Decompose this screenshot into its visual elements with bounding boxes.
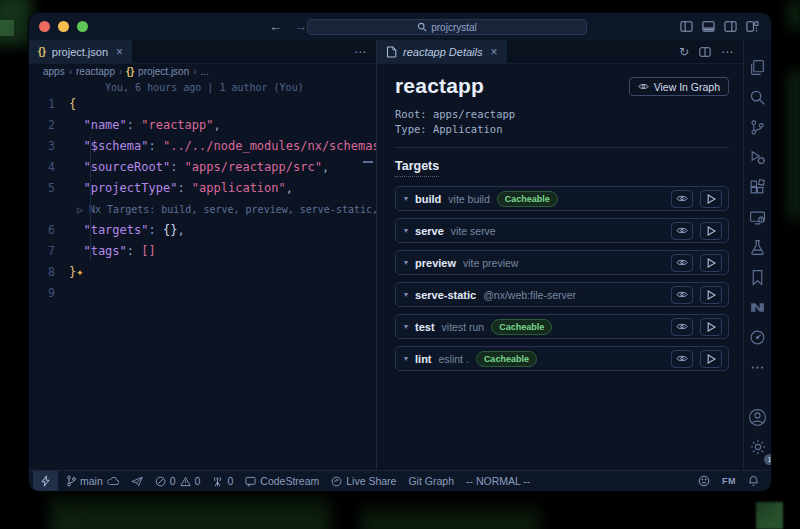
target-row[interactable]: ▾ test vitest run Cacheable [395,314,729,339]
error-count: 0 [170,475,176,487]
nx-console-icon[interactable] [744,292,771,322]
run-target-button[interactable] [700,190,722,208]
feedback-smiley[interactable] [692,475,716,487]
breadcrumb-item[interactable]: reactapp [76,66,115,77]
problems-status[interactable]: 0 0 [149,471,207,491]
back-arrow-icon[interactable]: ← [269,19,282,34]
target-row[interactable]: ▾ build vite build Cacheable [395,186,729,211]
time-tracker-icon[interactable] [744,322,771,352]
run-target-button[interactable] [700,254,722,272]
ports-status[interactable]: 0 [206,471,239,491]
run-target-button[interactable] [700,350,722,368]
tab-project-json[interactable]: {} project.json × [29,40,133,63]
git-branch-status[interactable]: main [60,471,125,491]
view-target-button[interactable] [671,254,693,272]
line-number: 4 [29,157,69,178]
breadcrumb-separator: › [119,66,122,77]
toggle-secondary-sidebar-icon[interactable] [724,20,737,33]
branch-name: main [80,475,103,487]
maximize-window-button[interactable] [77,21,88,32]
code-line: 7 "tags": [] [29,241,376,262]
more-actions-icon[interactable]: ⋯ [721,45,733,59]
nx-cloud-status[interactable] [125,471,149,491]
breadcrumb-item[interactable]: project.json [138,66,189,77]
view-target-button[interactable] [671,190,693,208]
toggle-panel-icon[interactable] [702,20,715,33]
left-tab-bar: {} project.json × ⋯ [29,40,376,64]
target-command: @nx/web:file-server [483,289,576,301]
project-title: reactapp [395,74,484,98]
remote-explorer-icon[interactable] [744,202,771,232]
notifications-bell[interactable] [742,475,765,487]
source-control-icon[interactable] [744,112,771,142]
view-target-button[interactable] [671,286,693,304]
zap-icon [41,475,50,487]
ports-count: 0 [227,475,233,487]
play-icon [707,226,716,236]
target-row[interactable]: ▾ serve vite serve [395,218,729,243]
chevron-down-icon[interactable]: ▾ [404,322,408,331]
chevron-down-icon[interactable]: ▾ [404,290,408,299]
line-number: 7 [29,241,69,262]
tab-reactapp-details[interactable]: reactapp Details × [377,40,508,63]
codelens-row[interactable]: ▷ Nx Targets: build, serve, preview, ser… [29,199,376,220]
refresh-icon[interactable]: ↻ [679,45,689,59]
view-target-button[interactable] [671,350,693,368]
run-target-button[interactable] [700,222,722,240]
target-row[interactable]: ▾ lint eslint . Cacheable [395,346,729,371]
account-icon[interactable] [744,402,771,432]
run-target-button[interactable] [700,286,722,304]
cacheable-badge: Cacheable [476,351,537,367]
wallpaper-patch [50,495,330,529]
wallpaper-patch [0,20,14,36]
close-tab-icon[interactable]: × [116,45,123,59]
bookmarks-icon[interactable] [744,262,771,292]
search-icon[interactable] [744,82,771,112]
line-number: 2 [29,115,69,136]
command-center-search[interactable]: projcrystal [307,19,587,35]
target-command: vite build [448,193,489,205]
more-actions-icon[interactable]: ⋯ [354,45,366,59]
chevron-down-icon[interactable]: ▾ [404,258,408,267]
remote-indicator[interactable] [33,471,58,491]
line-number: 8 [29,262,69,283]
target-name: build [415,193,441,205]
chevron-down-icon[interactable]: ▾ [404,226,408,235]
toggle-sidebar-icon[interactable] [680,20,693,33]
settings-gear[interactable]: 1 [744,432,771,462]
targets-list: ▾ build vite build Cacheable ▾ serve vit… [395,186,729,371]
view-in-graph-button[interactable]: View In Graph [629,77,729,96]
warning-count: 0 [195,475,201,487]
run-target-button[interactable] [700,318,722,336]
breadcrumb-item[interactable]: ... [201,66,209,77]
close-window-button[interactable] [39,21,50,32]
close-tab-icon[interactable]: × [491,45,498,59]
live-share-status[interactable]: Live Share [325,471,402,491]
split-editor-icon[interactable] [699,46,711,58]
breadcrumb-item[interactable]: apps [43,66,65,77]
fm-indicator[interactable]: FM [716,476,742,486]
chevron-down-icon[interactable]: ▾ [404,354,408,363]
run-debug-icon[interactable] [744,142,771,172]
gear-icon [749,438,767,456]
vim-mode-indicator[interactable]: -- NORMAL -- [460,471,536,491]
extensions-icon[interactable] [744,172,771,202]
minimize-window-button[interactable] [58,21,69,32]
target-command: eslint . [439,353,469,365]
testing-beaker-icon[interactable] [744,232,771,262]
chevron-down-icon[interactable]: ▾ [404,194,408,203]
target-row[interactable]: ▾ preview vite preview [395,250,729,275]
git-graph-status[interactable]: Git Graph [402,471,460,491]
customize-layout-icon[interactable] [746,20,759,33]
view-target-button[interactable] [671,318,693,336]
additional-views-icon[interactable] [744,352,771,382]
breadcrumb[interactable]: apps› reactapp› {} project.json› ... [29,64,376,79]
target-row[interactable]: ▾ serve-static @nx/web:file-server [395,282,729,307]
code-editor[interactable]: You, 6 hours ago | 1 author (You) 1{2 "n… [29,79,376,470]
branch-icon [66,475,76,487]
breadcrumb-separator: › [193,66,196,77]
codestream-status[interactable]: CodeStream [239,471,325,491]
view-target-button[interactable] [671,222,693,240]
forward-arrow-icon[interactable]: → [294,19,307,34]
explorer-icon[interactable] [744,52,771,82]
